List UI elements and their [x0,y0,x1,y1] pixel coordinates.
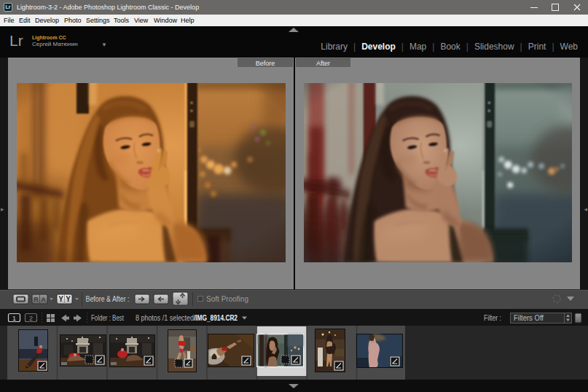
svg-text:Filters Off: Filters Off [514,314,544,322]
svg-text:Y: Y [58,295,63,303]
svg-text:A: A [41,296,46,303]
svg-text:8 photos /1 selected: 8 photos /1 selected [136,314,194,322]
svg-text:1: 1 [12,315,16,322]
svg-text:2: 2 [29,315,33,322]
svg-text:Filter :: Filter : [484,314,501,322]
svg-text:/IMG_8914.CR2: /IMG_8914.CR2 [194,314,238,322]
svg-text:Y: Y [66,295,71,303]
svg-text:Folder : Best: Folder : Best [91,314,124,322]
svg-text:R: R [34,296,39,303]
svg-text:Before & After :: Before & After : [86,294,130,303]
svg-text:Soft Proofing: Soft Proofing [206,294,248,303]
